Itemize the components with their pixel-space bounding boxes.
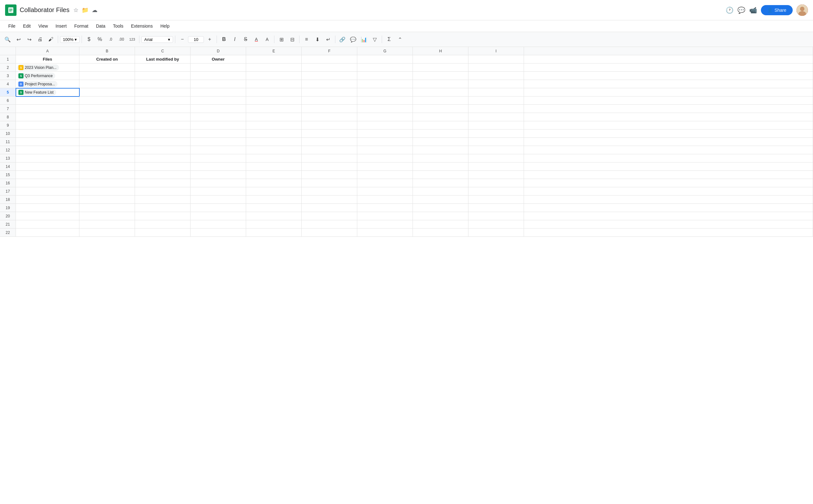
cell-e8[interactable] [246,113,302,121]
cell-c20[interactable] [135,212,190,220]
cell-a14[interactable] [16,162,79,171]
cell-b12[interactable] [79,146,135,154]
function-button[interactable]: Σ [384,34,394,44]
cell-b20[interactable] [79,212,135,220]
cell-g17[interactable] [357,187,413,196]
col-header-b[interactable]: B [79,47,135,55]
col-header-h[interactable]: H [413,47,469,55]
cell-b14[interactable] [79,162,135,171]
cell-c10[interactable] [135,129,190,138]
cell-g3[interactable] [357,72,413,80]
cell-d3[interactable] [190,72,246,80]
cell-d15[interactable] [190,171,246,179]
cell-c5[interactable] [135,88,190,96]
cell-a6[interactable] [16,96,79,105]
cell-g4[interactable] [357,80,413,88]
file-chip-docs[interactable]: D Project Proposa... [17,81,57,87]
cell-b15[interactable] [79,171,135,179]
cell-f15[interactable] [302,171,357,179]
cell-h18[interactable] [413,196,469,204]
row-num-14[interactable]: 14 [0,162,16,171]
cell-f11[interactable] [302,138,357,146]
cell-i17[interactable] [469,187,524,196]
cell-d19[interactable] [190,204,246,212]
font-size-decrease-button[interactable]: − [177,34,187,44]
row-num-19[interactable]: 19 [0,204,16,212]
cell-g10[interactable] [357,129,413,138]
cell-g15[interactable] [357,171,413,179]
row-num-12[interactable]: 12 [0,146,16,154]
cell-g11[interactable] [357,138,413,146]
cell-f10[interactable] [302,129,357,138]
cell-c19[interactable] [135,204,190,212]
cell-d20[interactable] [190,212,246,220]
row-num-3[interactable]: 3 [0,72,16,80]
cell-f12[interactable] [302,146,357,154]
cell-c22[interactable] [135,229,190,237]
cell-g19[interactable] [357,204,413,212]
col-header-g[interactable]: G [357,47,413,55]
strikethrough-button[interactable]: S [240,34,250,44]
cell-c17[interactable] [135,187,190,196]
col-header-i[interactable]: I [469,47,524,55]
cell-i6[interactable] [469,96,524,105]
cell-e20[interactable] [246,212,302,220]
cell-b11[interactable] [79,138,135,146]
font-selector[interactable]: Arial ▾ [141,36,173,43]
cell-e17[interactable] [246,187,302,196]
cell-d2[interactable] [190,63,246,72]
cell-f17[interactable] [302,187,357,196]
row-num-16[interactable]: 16 [0,179,16,187]
cell-b18[interactable] [79,196,135,204]
cell-b10[interactable] [79,129,135,138]
row-num-13[interactable]: 13 [0,154,16,162]
cell-e22[interactable] [246,229,302,237]
cell-i20[interactable] [469,212,524,220]
cell-d21[interactable] [190,220,246,229]
cell-a11[interactable] [16,138,79,146]
cell-f21[interactable] [302,220,357,229]
cell-i19[interactable] [469,204,524,212]
cell-i13[interactable] [469,154,524,162]
search-button[interactable]: 🔍 [3,34,13,44]
share-button[interactable]: 👤 Share [761,5,793,15]
cell-b9[interactable] [79,121,135,129]
cell-d5[interactable] [190,88,246,96]
cell-c1[interactable]: Last modified by [135,55,190,63]
cell-f7[interactable] [302,105,357,113]
cell-c13[interactable] [135,154,190,162]
cell-b21[interactable] [79,220,135,229]
cell-b5[interactable] [79,88,135,96]
row-num-11[interactable]: 11 [0,138,16,146]
cell-a8[interactable] [16,113,79,121]
cell-a12[interactable] [16,146,79,154]
percent-button[interactable]: % [95,34,105,44]
highlight-color-button[interactable]: A [262,34,272,44]
cell-h5[interactable] [413,88,469,96]
cell-h14[interactable] [413,162,469,171]
cell-i11[interactable] [469,138,524,146]
cell-g9[interactable] [357,121,413,129]
merge-cells-button[interactable]: ⊟ [287,34,297,44]
cell-d22[interactable] [190,229,246,237]
cell-b13[interactable] [79,154,135,162]
folder-icon[interactable]: 📁 [82,7,89,14]
cell-e15[interactable] [246,171,302,179]
row-num-15[interactable]: 15 [0,171,16,179]
col-header-f[interactable]: F [302,47,357,55]
cell-i3[interactable] [469,72,524,80]
cell-d11[interactable] [190,138,246,146]
cell-e11[interactable] [246,138,302,146]
cell-d9[interactable] [190,121,246,129]
cell-i14[interactable] [469,162,524,171]
valign-button[interactable]: ⬇ [312,34,322,44]
cell-i18[interactable] [469,196,524,204]
cell-a20[interactable] [16,212,79,220]
cell-h20[interactable] [413,212,469,220]
cell-h1[interactable] [413,55,469,63]
cell-e4[interactable] [246,80,302,88]
cell-h11[interactable] [413,138,469,146]
cell-b6[interactable] [79,96,135,105]
cell-a4[interactable]: D Project Proposa... [16,80,79,88]
cell-d4[interactable] [190,80,246,88]
